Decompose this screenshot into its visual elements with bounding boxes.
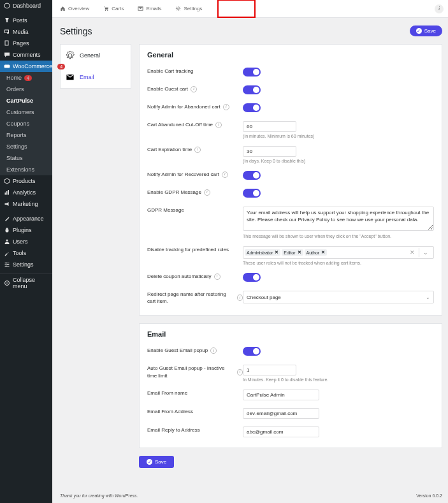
settings-subnav: General Email	[60, 44, 131, 89]
toggle-enable-guest[interactable]	[243, 85, 261, 94]
clear-tags-icon[interactable]: ✕	[410, 249, 417, 256]
woo-sub-coupons[interactable]: Coupons	[0, 118, 52, 129]
chevron-down-icon[interactable]: ⌄	[419, 248, 432, 257]
cart-icon	[103, 6, 109, 11]
gear-icon	[66, 51, 75, 60]
subnav-email[interactable]: Email	[61, 66, 131, 88]
collapse-icon	[4, 280, 10, 286]
sidebar-item-settings[interactable]: Settings	[0, 259, 52, 270]
sidebar-item-plugins[interactable]: Plugins	[0, 224, 52, 236]
sliders-icon	[4, 261, 10, 268]
remove-tag-icon[interactable]: ✕	[275, 250, 278, 255]
sidebar-item-appearance[interactable]: Appearance	[0, 213, 52, 224]
woo-sub-settings[interactable]: Settings	[0, 141, 52, 152]
input-from-name[interactable]	[243, 390, 319, 400]
input-from-addr[interactable]	[243, 408, 319, 419]
tab-emails[interactable]: Emails	[136, 2, 163, 15]
info-icon[interactable]: i	[223, 104, 229, 110]
page-icon	[4, 40, 10, 47]
toggle-notify-recovered[interactable]	[243, 171, 261, 180]
chevron-down-icon: ⌄	[426, 295, 430, 300]
svg-point-10	[8, 264, 9, 265]
toggle-notify-abandoned[interactable]	[243, 103, 261, 112]
select-redirect[interactable]: Checkout page⌄	[243, 291, 434, 303]
info-icon[interactable]: i	[204, 189, 210, 196]
label-cutoff: Cart Abandoned Cut-Off timei	[147, 121, 243, 128]
tag-role: Editor✕	[282, 249, 303, 256]
input-cutoff[interactable]	[243, 121, 296, 132]
info-icon[interactable]: i	[210, 347, 217, 354]
box-icon	[4, 178, 10, 184]
label-notify-recovered: Notify Admin for Recovered carti	[147, 171, 243, 178]
woo-sub-customers[interactable]: Customers	[0, 106, 52, 118]
info-icon[interactable]: i	[194, 147, 201, 153]
svg-point-14	[107, 10, 108, 11]
tab-overview[interactable]: Overview	[59, 2, 90, 15]
label-roles: Disable tracking for predefined roles	[147, 246, 243, 253]
svg-rect-3	[5, 41, 8, 45]
sidebar-item-tools[interactable]: Tools	[0, 247, 52, 259]
roles-multiselect[interactable]: Administrator✕ Editor✕ Author✕ ✕ ⌄	[243, 246, 434, 259]
info-icon[interactable]: i	[435, 4, 444, 13]
save-button-bottom[interactable]: ✓Save	[139, 456, 174, 468]
help-expire: (In days. Keep 0 to disable this)	[243, 159, 434, 163]
toggle-enable-gdpr[interactable]	[243, 189, 261, 198]
info-icon[interactable]: i	[191, 86, 197, 92]
save-button-top[interactable]: ✓Save	[410, 26, 442, 36]
remove-tag-icon[interactable]: ✕	[321, 250, 325, 255]
subnav-general[interactable]: General	[61, 45, 131, 66]
envelope-icon	[138, 6, 143, 11]
info-icon[interactable]: i	[237, 295, 243, 301]
toggle-enable-tracking[interactable]	[243, 68, 261, 77]
label-popup: Enable Guest Email popupi	[147, 347, 243, 354]
sidebar-item-analytics[interactable]: Analytics	[0, 187, 52, 198]
input-reply-to[interactable]	[243, 426, 319, 437]
gauge-icon	[4, 3, 10, 9]
info-icon[interactable]: i	[215, 122, 222, 128]
sidebar-item-pages[interactable]: Pages	[0, 38, 52, 49]
remove-tag-icon[interactable]: ✕	[298, 250, 301, 255]
pin-icon	[4, 17, 10, 24]
sidebar-item-users[interactable]: Users	[0, 236, 52, 247]
footer-version: Version 6.0.2	[416, 493, 442, 498]
sidebar-collapse[interactable]: Collapse menu	[0, 273, 52, 292]
info-icon[interactable]: i	[222, 171, 228, 178]
top-tabs: Overview Carts Emails Settings i	[52, 0, 448, 18]
input-expire[interactable]	[243, 146, 296, 157]
label-enable-guest: Enable Guest carti	[147, 85, 243, 92]
tag-role: Author✕	[305, 249, 328, 256]
highlight-box	[217, 0, 256, 18]
textarea-gdpr-msg[interactable]	[243, 207, 434, 231]
toggle-popup[interactable]	[243, 347, 261, 356]
label-delete-coupon: Delete coupon automaticallyi	[147, 273, 243, 280]
sidebar-item-dashboard[interactable]: Dashboard	[0, 0, 52, 11]
toggle-delete-coupon[interactable]	[243, 273, 261, 282]
woo-sub-home[interactable]: Home4	[0, 72, 52, 84]
sidebar-item-media[interactable]: Media	[0, 26, 52, 38]
info-icon[interactable]: i	[237, 369, 243, 375]
tab-settings[interactable]: Settings	[174, 2, 203, 15]
svg-point-11	[6, 266, 7, 267]
sidebar-item-products[interactable]: Products	[0, 175, 52, 187]
woo-sub-cartpulse[interactable]: CartPulse	[0, 95, 52, 106]
page-title: Settings	[60, 26, 92, 36]
input-inactive[interactable]	[243, 365, 296, 375]
sidebar-item-marketing[interactable]: Marketing	[0, 198, 52, 210]
tab-carts[interactable]: Carts	[102, 2, 125, 15]
woo-sub-reports[interactable]: Reports	[0, 129, 52, 141]
info-icon[interactable]: i	[214, 273, 220, 280]
woo-sub-status[interactable]: Status	[0, 152, 52, 164]
label-enable-gdpr: Enable GDPR Messagei	[147, 189, 243, 196]
svg-rect-4	[4, 65, 10, 68]
wp-admin-sidebar: Dashboard Posts Media Pages Comments Woo…	[0, 0, 52, 503]
woo-sub-orders[interactable]: Orders	[0, 84, 52, 95]
sidebar-item-posts[interactable]: Posts	[0, 15, 52, 26]
gear-icon	[175, 6, 181, 11]
help-inactive: In Minutes. Keep it 0 to disable this fe…	[243, 377, 434, 382]
woo-sub-extensions[interactable]: Extensions	[0, 164, 52, 175]
sidebar-item-comments[interactable]: Comments	[0, 49, 52, 61]
svg-point-13	[105, 10, 106, 11]
woo-badge: 4	[57, 64, 65, 69]
sidebar-item-woocommerce[interactable]: WooCommerce4	[0, 61, 52, 72]
chart-icon	[4, 189, 10, 196]
